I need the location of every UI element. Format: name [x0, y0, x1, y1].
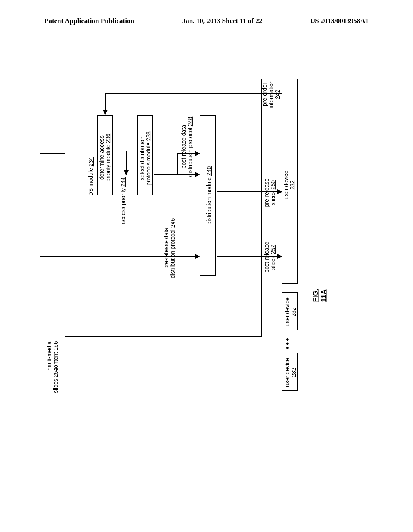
slices-label: slices 254: [52, 369, 59, 393]
ds-module-label: DS module 234: [88, 156, 94, 197]
header-right: US 2013/0013958A1: [310, 17, 369, 25]
diagram: computing device 230 DS module 234 deter…: [40, 79, 331, 437]
user-device-label-2: user device232: [284, 294, 297, 330]
access-priority-head: [124, 170, 129, 175]
preorder-arrow-line-h: [105, 93, 282, 94]
distribution-module-label: distribution module 240: [206, 165, 212, 226]
slices-head: [195, 254, 200, 259]
post-proto-head: [195, 172, 200, 177]
user-device-label-3: user device232: [284, 354, 297, 391]
figure-label: FIG. 11A: [312, 280, 328, 302]
header-center: Jan. 10, 2013 Sheet 11 of 22: [182, 17, 262, 25]
post-proto-label: post-release datadistribution protocol 2…: [180, 114, 193, 179]
postrel-slices-head: [277, 254, 282, 259]
proto-line: [177, 153, 178, 175]
postrel-slices-label: post-releaseslices 252: [263, 239, 276, 275]
user-device-label-1: user device232: [283, 167, 296, 203]
preorder-arrow-head: [103, 110, 108, 115]
pre-proto-label: pre-release datadistribution protocol 24…: [163, 216, 176, 281]
select-dist-label: select distributionprotocols module 238: [139, 130, 152, 187]
ellipsis-dots: •••: [282, 337, 293, 349]
access-priority-line: [126, 151, 127, 172]
determine-access-label: determine accesspriority module 236: [98, 131, 111, 184]
multimedia-head: [195, 151, 200, 156]
prerel-slices-label: pre-releaseslices 250: [263, 175, 276, 211]
preorder-arrow-line-v: [105, 93, 106, 111]
header-left: Patent Application Publication: [44, 17, 134, 25]
access-priority-label: access priority 244: [120, 177, 126, 225]
preorder-label: pre-orderinformation242: [261, 74, 281, 114]
slices-line: [40, 256, 196, 257]
prerel-slices-head: [277, 189, 282, 194]
page-header: Patent Application Publication Jan. 10, …: [0, 17, 413, 25]
